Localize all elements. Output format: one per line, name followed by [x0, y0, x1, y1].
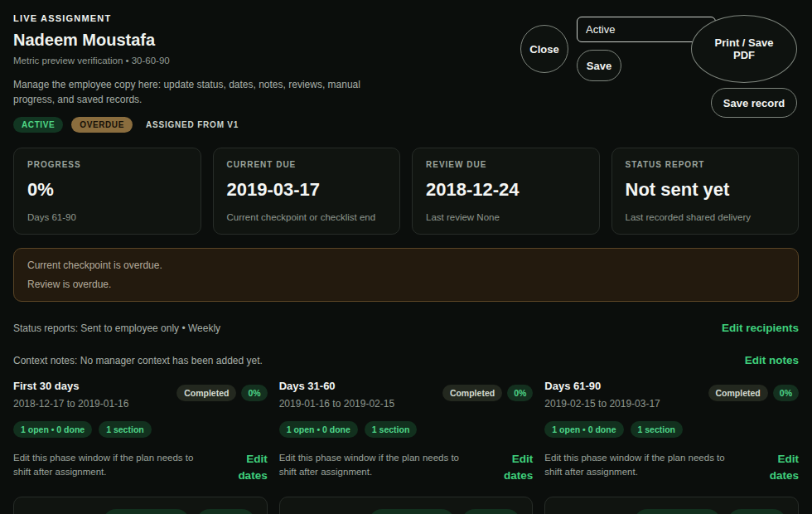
percent-badge: 0% — [773, 385, 799, 401]
edit-recipients-link[interactable]: Edit recipients — [722, 322, 799, 334]
context-notes-text: Context notes: No manager context has be… — [13, 355, 263, 366]
assignment-page: LIVE ASSIGNMENT Nadeem Moustafa Metric p… — [0, 0, 812, 514]
status-reports-row: Status reports: Sent to employee only • … — [13, 322, 799, 334]
stat-sub: Last recorded shared delivery — [626, 212, 785, 222]
stat-label: CURRENT DUE — [227, 160, 387, 169]
assignment-subtitle: Metric preview verification • 30-60-90 — [13, 56, 404, 65]
open-done-badge: 1 open • 0 done — [544, 421, 623, 438]
expectations-card: Expectations Manual completion All requi… — [544, 497, 799, 514]
stat-sub: Last review None — [426, 212, 586, 222]
phase-range: 2019-01-16 to 2019-02-15 — [279, 398, 394, 410]
completed-badge: Completed — [442, 385, 502, 401]
percent-badge: 0% — [241, 385, 267, 401]
overdue-badge: OVERDUE — [71, 117, 133, 133]
live-assignment-eyebrow: LIVE ASSIGNMENT — [13, 13, 404, 23]
save-record-button[interactable]: Save record — [711, 88, 797, 118]
section-badge: 1 section — [631, 421, 684, 438]
edit-dates-link[interactable]: Edit dates — [761, 451, 799, 483]
assigned-from-v1-badge: ASSIGNED FROM V1 — [146, 120, 239, 129]
phase-note: Edit this phase window if the plan needs… — [544, 451, 735, 483]
stat-label: REVIEW DUE — [426, 160, 586, 169]
phase-range: 2019-02-15 to 2019-03-17 — [544, 398, 660, 410]
percent-badge: 0% — [507, 385, 533, 401]
stat-value: 0% — [27, 179, 187, 201]
expectations-row: Expectations Manual completion All requi… — [13, 497, 799, 514]
assignment-description: Manage the employee copy here: update st… — [13, 77, 404, 107]
stat-sub: Current checkpoint or checklist end — [227, 212, 387, 222]
overdue-alert: Current checkpoint is overdue. Review is… — [13, 248, 799, 302]
phase-title: Days 31-60 — [279, 380, 394, 392]
employee-name: Nadeem Moustafa — [13, 31, 404, 50]
open-done-badge: 1 open • 0 done — [13, 421, 92, 438]
stat-card-current-due: CURRENT DUE 2019-03-17 Current checkpoin… — [213, 148, 401, 235]
section-badge: 1 section — [99, 421, 152, 438]
stat-label: STATUS REPORT — [626, 160, 785, 169]
stat-card-progress: PROGRESS 0% Days 61-90 — [13, 148, 201, 235]
phase-column-61-90: Days 61-90 2019-02-15 to 2019-03-17 Comp… — [544, 380, 799, 483]
phase-note: Edit this phase window if the plan needs… — [13, 451, 204, 483]
stat-card-status-report: STATUS REPORT Not sent yet Last recorded… — [611, 148, 800, 235]
header-left: LIVE ASSIGNMENT Nadeem Moustafa Metric p… — [13, 13, 404, 136]
all-required-badge: All required — [462, 509, 520, 514]
close-button[interactable]: Close — [520, 25, 568, 73]
print-save-pdf-button[interactable]: Print / Save PDF — [691, 15, 797, 83]
completed-badge: Completed — [708, 385, 768, 401]
save-button[interactable]: Save — [577, 50, 621, 81]
phase-title: Days 61-90 — [544, 380, 660, 392]
phase-range: 2018-12-17 to 2019-01-16 — [13, 398, 128, 410]
phase-title: First 30 days — [13, 380, 128, 392]
header: LIVE ASSIGNMENT Nadeem Moustafa Metric p… — [13, 13, 799, 136]
stat-label: PROGRESS — [27, 160, 187, 169]
expectations-card: Expectations Manual completion All requi… — [13, 497, 268, 514]
edit-dates-link[interactable]: Edit dates — [495, 451, 533, 483]
stat-cards-row: PROGRESS 0% Days 61-90 CURRENT DUE 2019-… — [13, 148, 799, 235]
stat-card-review-due: REVIEW DUE 2018-12-24 Last review None — [412, 148, 600, 235]
phase-column-31-60: Days 31-60 2019-01-16 to 2019-02-15 Comp… — [279, 380, 534, 483]
open-done-badge: 1 open • 0 done — [279, 421, 358, 438]
alert-line-checkpoint: Current checkpoint is overdue. — [27, 259, 785, 271]
all-required-badge: All required — [196, 509, 255, 514]
expectations-card: Expectations Manual completion All requi… — [279, 497, 534, 514]
phase-columns: First 30 days 2018-12-17 to 2019-01-16 C… — [13, 380, 799, 483]
active-badge: ACTIVE — [13, 117, 63, 133]
manual-completion-badge: Manual completion — [103, 509, 190, 514]
badge-row: ACTIVE OVERDUE ASSIGNED FROM V1 — [13, 117, 404, 133]
manual-completion-badge: Manual completion — [369, 509, 456, 514]
stat-value: 2018-12-24 — [426, 179, 586, 201]
edit-dates-link[interactable]: Edit dates — [230, 451, 268, 483]
stat-sub: Days 61-90 — [27, 212, 187, 222]
stat-value: 2019-03-17 — [227, 179, 387, 201]
status-reports-text: Status reports: Sent to employee only • … — [13, 322, 220, 334]
section-badge: 1 section — [365, 421, 418, 438]
context-notes-row: Context notes: No manager context has be… — [13, 354, 799, 366]
all-required-badge: All required — [727, 509, 786, 514]
completed-badge: Completed — [176, 385, 236, 401]
stat-value: Not sent yet — [626, 179, 785, 201]
edit-notes-link[interactable]: Edit notes — [745, 354, 799, 366]
phase-column-first-30: First 30 days 2018-12-17 to 2019-01-16 C… — [13, 380, 268, 483]
manual-completion-badge: Manual completion — [634, 509, 721, 514]
alert-line-review: Review is overdue. — [27, 279, 785, 290]
header-controls: Close Active ▾ Save Print / Save PDF Sav… — [491, 13, 799, 136]
phase-note: Edit this phase window if the plan needs… — [279, 451, 470, 483]
